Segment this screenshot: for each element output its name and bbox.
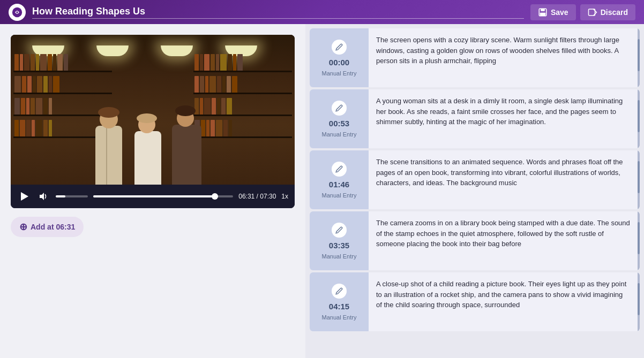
caption-item[interactable]: 04:15 Manual Entry A close-up shot of a …: [310, 272, 640, 331]
caption-text: A young woman sits at a desk in a dimly …: [369, 89, 638, 148]
caption-text: The camera zooms in on a library book be…: [369, 211, 638, 270]
discard-button[interactable]: Discard: [580, 4, 635, 20]
pencil-svg: [335, 226, 343, 234]
save-button[interactable]: Save: [530, 4, 576, 20]
pencil-svg: [335, 165, 343, 173]
svg-marker-6: [21, 192, 28, 201]
svg-rect-4: [540, 12, 546, 15]
caption-item[interactable]: 01:46 Manual Entry The scene transitions…: [310, 150, 640, 209]
speed-button[interactable]: 1x: [281, 193, 288, 200]
scroll-thumb: [638, 222, 640, 254]
time-display: 06:31 / 07:30: [238, 193, 276, 200]
video-container: 06:31 / 07:30 1x: [11, 35, 295, 208]
play-button[interactable]: [17, 189, 32, 204]
timestamp-time: 00:53: [329, 119, 349, 128]
people-silhouettes: [43, 110, 252, 185]
header: How Reading Shapes Us Save Discard: [0, 0, 644, 24]
progress-fill: [93, 195, 215, 197]
volume-button[interactable]: [38, 190, 50, 203]
svg-marker-7: [40, 193, 44, 200]
timestamp-time: 03:35: [329, 241, 349, 250]
person-2: [130, 120, 165, 185]
caption-timestamp[interactable]: 04:15 Manual Entry: [310, 272, 369, 331]
caption-text: The screen opens with a cozy library sce…: [369, 28, 638, 87]
main-layout: 06:31 / 07:30 1x ⊕ Add at 06:31 00:00 Ma…: [0, 24, 644, 358]
pencil-svg: [335, 287, 343, 295]
edit-icon[interactable]: [332, 162, 347, 177]
volume-icon: [40, 193, 48, 200]
volume-fill: [56, 195, 65, 197]
logo: [9, 4, 26, 21]
video-thumbnail: [11, 35, 295, 185]
timestamp-time: 00:00: [329, 58, 349, 67]
scroll-indicator: [638, 150, 640, 209]
discard-icon: [588, 7, 597, 17]
page-title: How Reading Shapes Us: [32, 6, 524, 19]
caption-text: A close-up shot of a child reading a pic…: [369, 272, 638, 331]
scroll-indicator: [638, 211, 640, 270]
scroll-thumb: [638, 161, 640, 193]
captions-panel[interactable]: 00:00 Manual Entry The screen opens with…: [305, 24, 644, 358]
header-actions: Save Discard: [530, 4, 635, 20]
caption-item[interactable]: 00:53 Manual Entry A young woman sits at…: [310, 89, 640, 148]
volume-track[interactable]: [56, 195, 88, 197]
pencil-svg: [335, 104, 343, 112]
edit-icon[interactable]: [332, 40, 347, 55]
scroll-thumb: [638, 39, 640, 71]
caption-timestamp[interactable]: 03:35 Manual Entry: [310, 211, 369, 270]
progress-track[interactable]: [93, 195, 233, 197]
scroll-indicator: [638, 89, 640, 148]
caption-item[interactable]: 00:00 Manual Entry The screen opens with…: [310, 28, 640, 87]
scroll-thumb: [638, 100, 640, 132]
caption-timestamp[interactable]: 00:00 Manual Entry: [310, 28, 369, 87]
add-at-time-button[interactable]: ⊕ Add at 06:31: [11, 217, 84, 237]
caption-item[interactable]: 03:35 Manual Entry The camera zooms in o…: [310, 211, 640, 270]
library-scene: [11, 35, 295, 185]
progress-thumb: [212, 193, 218, 200]
timestamp-time: 01:46: [329, 180, 349, 189]
svg-point-1: [16, 11, 18, 13]
video-controls: 06:31 / 07:30 1x: [11, 185, 295, 208]
timestamp-label: Manual Entry: [322, 314, 357, 321]
add-icon: ⊕: [19, 221, 27, 233]
save-icon: [538, 7, 548, 17]
edit-icon[interactable]: [332, 101, 347, 116]
svg-rect-3: [541, 9, 545, 11]
person-3: [168, 115, 205, 185]
timestamp-label: Manual Entry: [322, 131, 357, 138]
scroll-indicator: [638, 28, 640, 87]
play-icon: [21, 192, 28, 201]
timestamp-label: Manual Entry: [322, 192, 357, 199]
scroll-thumb: [638, 283, 640, 315]
caption-timestamp[interactable]: 00:53 Manual Entry: [310, 89, 369, 148]
scroll-indicator: [638, 272, 640, 331]
pencil-svg: [335, 43, 343, 51]
timestamp-label: Manual Entry: [322, 253, 357, 260]
caption-timestamp[interactable]: 01:46 Manual Entry: [310, 150, 369, 209]
person-1: [90, 115, 128, 185]
timestamp-label: Manual Entry: [322, 70, 357, 77]
caption-text: The scene transitions to an animated seq…: [369, 150, 638, 209]
timestamp-time: 04:15: [329, 302, 349, 311]
edit-icon[interactable]: [332, 284, 347, 299]
left-panel: 06:31 / 07:30 1x ⊕ Add at 06:31: [0, 24, 305, 358]
edit-icon[interactable]: [332, 223, 347, 238]
